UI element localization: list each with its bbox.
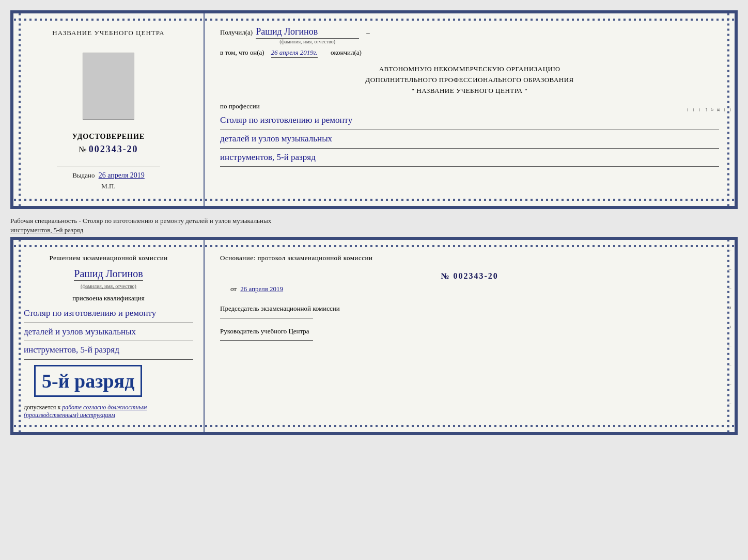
cert-number: 002343-20 bbox=[89, 144, 138, 154]
qualification-line3: инструментов, 5-й разряд bbox=[24, 342, 193, 360]
director-label: Руководитель учебного Центра bbox=[220, 326, 719, 337]
decision-label: Решением экзаменационной комиссии bbox=[49, 254, 167, 262]
divider-line-left bbox=[57, 167, 160, 167]
side-decoration-bottom: – – – и а ← – – – – bbox=[725, 240, 735, 432]
name-sublabel-bottom: (фамилия, имя, отчество) bbox=[81, 283, 136, 289]
issued-date-line: Выдано 26 апреля 2019 bbox=[72, 171, 145, 180]
in-that-label: в том, что он(а) bbox=[220, 49, 264, 57]
received-label: Получил(а) bbox=[220, 28, 253, 37]
from-date-line: от 26 апреля 2019 bbox=[220, 285, 719, 293]
org-line1: АВТОНОМНУЮ НЕКОММЕРЧЕСКУЮ ОРГАНИЗАЦИЮ bbox=[220, 64, 719, 75]
big-rank: 5-й разряд bbox=[34, 365, 142, 397]
protocol-prefix: № bbox=[441, 271, 450, 280]
top-left-panel: НАЗВАНИЕ УЧЕБНОГО ЦЕНТРА УДОСТОВЕРЕНИЕ №… bbox=[13, 13, 205, 206]
from-date-value: 26 апреля 2019 bbox=[240, 285, 283, 293]
label-between: Рабочая специальность - Столяр по изгото… bbox=[10, 216, 738, 235]
dash-after-name: – bbox=[366, 28, 370, 37]
name-sublabel-top: (фамилия, имя, отчество) bbox=[279, 39, 335, 44]
chairman-signature-line bbox=[220, 318, 313, 318]
bottom-right-panel: Основание: протокол экзаменационной коми… bbox=[205, 240, 735, 432]
issued-date-value: 26 апреля 2019 bbox=[99, 171, 145, 179]
director-signature-line bbox=[220, 340, 313, 341]
profession-handwritten-bottom: Столяр по изготовлению и ремонту деталей… bbox=[24, 306, 193, 360]
from-label: от bbox=[230, 285, 237, 293]
org-line3: " НАЗВАНИЕ УЧЕБНОГО ЦЕНТРА " bbox=[220, 86, 719, 97]
top-right-panel: Получил(а) Рашид Логинов (фамилия, имя, … bbox=[205, 13, 735, 206]
top-center-title: НАЗВАНИЕ УЧЕБНОГО ЦЕНТРА bbox=[52, 29, 164, 37]
profession-line2: деталей и узлов музыкальных bbox=[220, 131, 719, 149]
photo-placeholder bbox=[83, 53, 134, 120]
bottom-left-panel: Решением экзаменационной комиссии Рашид … bbox=[13, 240, 205, 432]
decision-text: Решением экзаменационной комиссии bbox=[24, 253, 193, 264]
label-between-underlined: инструментов, 5-й разряд bbox=[10, 226, 83, 234]
director-block: Руководитель учебного Центра bbox=[220, 326, 719, 341]
cert-title: УДОСТОВЕРЕНИЕ bbox=[72, 133, 145, 141]
recipient-name-bottom: Рашид Логинов bbox=[74, 268, 143, 281]
chairman-label: Председатель экзаменационной комиссии bbox=[220, 303, 719, 314]
chairman-block: Председатель экзаменационной комиссии bbox=[220, 303, 719, 318]
cert-number-prefix: № bbox=[79, 145, 86, 154]
finished-label: окончил(а) bbox=[331, 49, 362, 57]
side-decoration-top: – – и а ← – – – bbox=[725, 13, 735, 206]
protocol-number: 002343-20 bbox=[453, 271, 498, 280]
qualification-line1: Столяр по изготовлению и ремонту bbox=[24, 306, 193, 323]
profession-line3: инструментов, 5-й разряд bbox=[220, 150, 719, 167]
assigned-label: присвоена квалификация bbox=[24, 294, 193, 302]
top-certificate: НАЗВАНИЕ УЧЕБНОГО ЦЕНТРА УДОСТОВЕРЕНИЕ №… bbox=[10, 10, 738, 209]
cert-number-section: УДОСТОВЕРЕНИЕ № 002343-20 bbox=[72, 133, 145, 155]
org-block: АВТОНОМНУЮ НЕКОММЕРЧЕСКУЮ ОРГАНИЗАЦИЮ ДО… bbox=[220, 64, 719, 96]
date-handwritten-top: 26 апреля 2019г. bbox=[271, 49, 318, 58]
recipient-name-top: Рашид Логинов bbox=[256, 26, 359, 39]
received-line: Получил(а) Рашид Логинов (фамилия, имя, … bbox=[220, 26, 719, 44]
protocol-number-line: № 002343-20 bbox=[220, 271, 719, 281]
допускается-block: допускается к работе согласно должностны… bbox=[24, 404, 193, 419]
basis-label: Основание: протокол экзаменационной коми… bbox=[220, 254, 372, 262]
profession-line1: Столяр по изготовлению и ремонту bbox=[220, 113, 719, 130]
org-line2: ДОПОЛНИТЕЛЬНОГО ПРОФЕССИОНАЛЬНОГО ОБРАЗО… bbox=[220, 75, 719, 86]
stamp-mp: М.П. bbox=[101, 182, 115, 190]
basis-text: Основание: протокол экзаменационной коми… bbox=[220, 253, 719, 264]
certificate-container: НАЗВАНИЕ УЧЕБНОГО ЦЕНТРА УДОСТОВЕРЕНИЕ №… bbox=[10, 10, 738, 435]
profession-handwritten-top: Столяр по изготовлению и ремонту деталей… bbox=[220, 113, 719, 167]
допускается-label: допускается к bbox=[24, 404, 60, 411]
in-that-line: в том, что он(а) 26 апреля 2019г. окончи… bbox=[220, 49, 719, 58]
qualification-line2: деталей и узлов музыкальных bbox=[24, 324, 193, 342]
bottom-certificate: Решением экзаменационной комиссии Рашид … bbox=[10, 237, 738, 435]
profession-label: по профессии bbox=[220, 102, 719, 110]
issued-label: Выдано bbox=[72, 171, 95, 179]
label-between-normal: Рабочая специальность - Столяр по изгото… bbox=[10, 217, 271, 225]
